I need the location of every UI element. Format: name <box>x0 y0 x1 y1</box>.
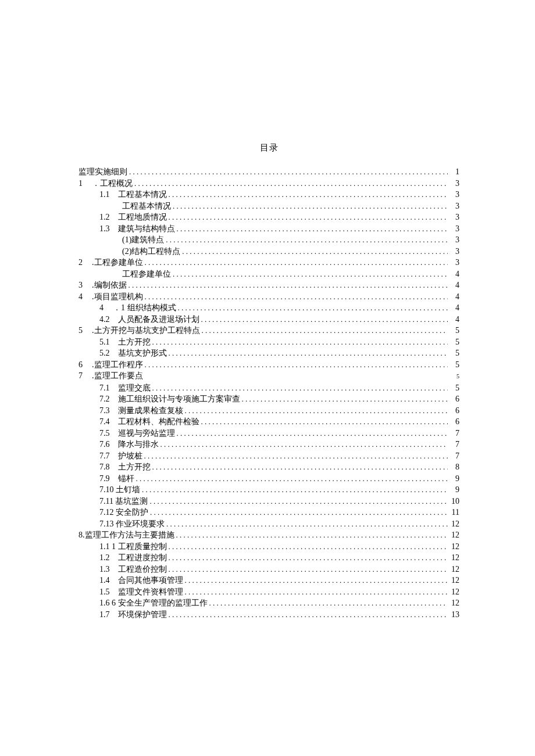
toc-entry-page: 3 <box>449 189 459 200</box>
toc-entry-label: 人员配备及进退场计划 <box>118 314 199 325</box>
toc-entry-label: 工程材料、构配件检验 <box>118 416 199 428</box>
toc-entry: 7.12 安全防护11 <box>79 507 459 518</box>
toc-entry-label: 护坡桩 <box>118 450 142 462</box>
page: 目录 监理实施细则11．工程概况31.1工程基本情况3工程基本情况31.2工程地… <box>0 0 535 756</box>
toc-entry-page: 6 <box>449 405 459 417</box>
toc-entry-page: 12 <box>449 564 459 575</box>
toc-entry: 5.2基坑支护形式5 <box>79 347 459 359</box>
toc-entry: 8.监理工作方法与主要措施12 <box>79 529 459 541</box>
toc-entry-label: .土方开挖与基坑支护工程特点 <box>92 325 200 336</box>
toc-entry-number: 7.5 <box>99 428 110 439</box>
toc-entry-label: 工程地质情况 <box>118 212 167 223</box>
toc-leader-dots <box>178 302 448 310</box>
toc-entry: 1.1 1 工程质量控制12 <box>79 541 459 553</box>
toc-entry: 4.2人员配备及进退场计划4 <box>79 314 459 325</box>
toc-entry-page: 7 <box>449 428 459 439</box>
toc-entry: 7.7护坡桩7 <box>79 450 459 462</box>
toc-entry-label: 土方开挖 <box>118 336 151 348</box>
toc-leader-dots <box>145 257 448 265</box>
toc-leader-dots <box>160 439 448 447</box>
toc-entry: 6.监理工作程序5 <box>79 359 459 371</box>
toc-entry-number: 7.9 <box>99 473 110 485</box>
toc-entry-page: 3 <box>449 234 459 246</box>
toc-entry-label: 环境保护管理 <box>118 609 167 621</box>
toc-leader-dots <box>169 564 448 572</box>
toc-entry-page: 10 <box>449 496 459 507</box>
toc-entry-page: 5 <box>449 347 459 359</box>
toc-entry-page: 5 <box>449 336 459 348</box>
toc-entry-label: 土方开挖 <box>118 461 151 473</box>
toc-entry-page: 12 <box>449 529 459 541</box>
toc-entry-label: .工程参建单位 <box>92 257 143 268</box>
toc-entry-number: 1.4 <box>99 575 110 586</box>
toc-leader-dots <box>173 268 448 277</box>
toc-entry-number: 5 <box>79 325 83 336</box>
toc-entry-page: 4 <box>449 291 459 303</box>
toc-entry-number: 4.2 <box>99 314 110 325</box>
toc-leader-dots <box>152 382 448 390</box>
toc-entry-number: 2 <box>79 257 83 268</box>
page-title: 目录 <box>79 142 459 153</box>
toc-entry-number: 1.7 <box>99 609 110 621</box>
toc-entry-number: 4 <box>99 302 104 314</box>
toc-entry-page: 11 <box>449 507 459 518</box>
toc-entry-label: 工程造价控制 <box>118 564 167 575</box>
toc-entry: 7.3测量成果检查复核6 <box>79 405 459 417</box>
toc-entry-number: 7.4 <box>99 416 110 428</box>
toc-leader-dots <box>150 507 448 515</box>
toc-leader-dots <box>129 166 448 174</box>
toc-leader-dots <box>182 246 448 254</box>
toc-entry-page: 5 <box>449 382 459 394</box>
toc-entry: 1.4合同其他事项管理12 <box>79 575 459 586</box>
toc-entry-number: 1.5 <box>99 586 110 598</box>
toc-entry-page: 3 <box>449 200 459 212</box>
toc-entry-label: 7.10 土钉墙 <box>99 484 140 496</box>
toc-entry-page: 7 <box>449 450 459 462</box>
toc-entry-number: 1.2 <box>99 212 110 223</box>
toc-entry-label: ．工程概况 <box>92 178 133 189</box>
toc-entry-label: (1)建筑特点 <box>122 234 164 246</box>
toc-entry-label: 8.监理工作方法与主要措施 <box>79 529 174 541</box>
toc-entry-label: .项目监理机构 <box>92 291 143 303</box>
toc-entry: (2)结构工程特点3 <box>79 246 459 257</box>
toc-entry-label: .监理工作程序 <box>92 359 143 371</box>
toc-entry-page: 8 <box>449 461 459 473</box>
toc-leader-dots <box>129 280 448 288</box>
toc-entry: 7.1监理交底5 <box>79 382 459 394</box>
toc-entry-number: 7.2 <box>99 393 110 405</box>
toc-entry-page: 9 <box>449 484 459 496</box>
toc-leader-dots <box>169 609 448 617</box>
toc-entry-label: 7.12 安全防护 <box>99 507 148 518</box>
toc-entry: 7.9锚杆9 <box>79 473 459 485</box>
toc-entry: 1．工程概况3 <box>79 178 459 189</box>
toc-entry-label: 监理交底 <box>118 382 151 394</box>
toc-leader-dots <box>145 359 448 367</box>
toc-leader-dots <box>149 496 448 504</box>
toc-entry-label: (2)结构工程特点 <box>122 246 180 257</box>
toc-entry-label: 1.6 6 安全生产管理的监理工作 <box>99 597 208 609</box>
toc-entry-label: 合同其他事项管理 <box>118 575 183 586</box>
toc-entry: 7.8土方开挖8 <box>79 461 459 473</box>
toc-leader-dots <box>242 393 448 402</box>
toc-entry: 2.工程参建单位3 <box>79 257 459 268</box>
toc-entry-label: 7.11 基坑监测 <box>99 496 148 507</box>
toc-entry-page: 5 <box>449 359 459 371</box>
toc-entry-number: 1.3 <box>99 223 110 235</box>
toc-entry-page: 4 <box>449 314 459 325</box>
toc-entry-number: 7.6 <box>99 439 110 450</box>
toc-entry: 7.13 作业环境要求12 <box>79 518 459 530</box>
toc-entry-page: 12 <box>449 552 459 564</box>
toc-entry: 7.10 土钉墙9 <box>79 484 459 496</box>
toc-entry-page: 5 <box>449 371 459 382</box>
toc-entry-label: 工程参建单位 <box>122 268 171 280</box>
toc-entry: 7.2施工组织设计与专项施工方案审查6 <box>79 393 459 405</box>
toc-entry-page: 12 <box>449 597 459 609</box>
toc-entry: 3.编制依据4 <box>79 280 459 291</box>
toc-entry-page: 1 <box>449 166 459 178</box>
toc-entry-label: 监理文件资料管理 <box>118 586 183 598</box>
toc-leader-dots <box>209 597 448 605</box>
toc-entry-page: 6 <box>449 393 459 405</box>
toc-entry: 1.2工程地质情况3 <box>79 212 459 223</box>
toc-entry: 1.3工程造价控制12 <box>79 564 459 575</box>
toc-entry-number: 7.7 <box>99 450 110 462</box>
